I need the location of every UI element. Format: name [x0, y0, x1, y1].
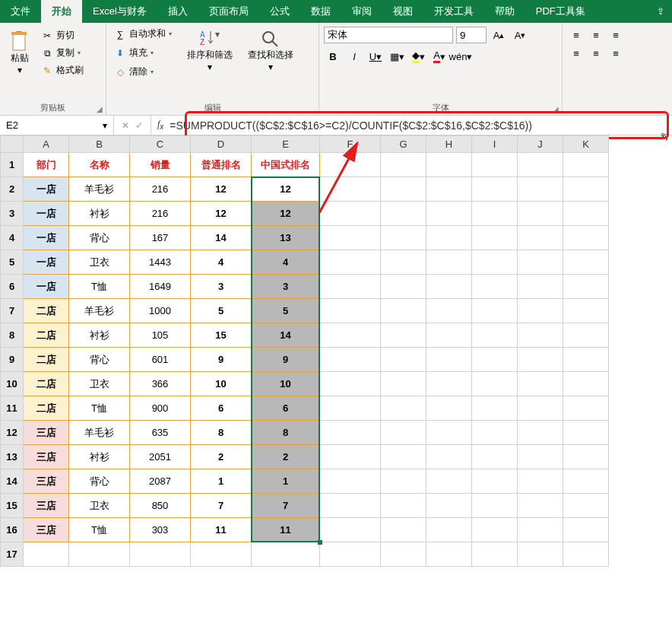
cell[interactable]: 216: [130, 177, 191, 202]
cell[interactable]: [472, 421, 518, 445]
cell[interactable]: 167: [130, 226, 191, 250]
cell[interactable]: 7: [191, 494, 252, 518]
cell[interactable]: [563, 396, 609, 421]
cell[interactable]: 900: [130, 396, 191, 421]
cell[interactable]: 9: [252, 348, 320, 372]
cell[interactable]: 6: [191, 396, 252, 421]
dialog-launcher-icon[interactable]: ◢: [97, 105, 103, 113]
cell[interactable]: 二店: [24, 323, 69, 348]
cell[interactable]: 三店: [24, 469, 69, 494]
cell[interactable]: 一店: [24, 226, 69, 250]
cell[interactable]: [381, 250, 426, 275]
cell[interactable]: [472, 542, 518, 567]
table-header[interactable]: 部门: [24, 153, 69, 177]
cell[interactable]: [426, 542, 472, 567]
cell[interactable]: [426, 396, 472, 421]
cell[interactable]: [426, 421, 472, 445]
cell[interactable]: [252, 542, 320, 567]
cell[interactable]: [472, 275, 518, 299]
cell[interactable]: [381, 275, 426, 299]
align-middle-button[interactable]: ≡: [587, 26, 605, 44]
tab-帮助[interactable]: 帮助: [484, 0, 525, 23]
cell[interactable]: [472, 396, 518, 421]
cell[interactable]: [518, 275, 563, 299]
cell[interactable]: 3: [252, 275, 320, 299]
tab-视图[interactable]: 视图: [382, 0, 423, 23]
tab-审阅[interactable]: 审阅: [341, 0, 382, 23]
font-size-input[interactable]: [456, 27, 487, 43]
cell[interactable]: 背心: [69, 348, 130, 372]
table-header[interactable]: 名称: [69, 153, 130, 177]
formula-bar[interactable]: fx =SUMPRODUCT(($C$2:$C$16>=C2)/COUNTIF(…: [151, 116, 672, 135]
cell[interactable]: 一店: [24, 202, 69, 226]
table-header[interactable]: 销量: [130, 153, 191, 177]
col-header-D[interactable]: D: [191, 136, 252, 153]
cell[interactable]: [518, 250, 563, 275]
cell[interactable]: [320, 348, 381, 372]
cell[interactable]: 7: [252, 494, 320, 518]
cell[interactable]: [426, 348, 472, 372]
cell[interactable]: 11: [252, 518, 320, 542]
font-color-button[interactable]: A▾: [430, 47, 449, 65]
cell[interactable]: [320, 202, 381, 226]
cell[interactable]: [563, 542, 609, 567]
cell[interactable]: [320, 396, 381, 421]
increase-font-button[interactable]: A▴: [490, 26, 508, 44]
row-header-14[interactable]: 14: [1, 469, 24, 494]
cell[interactable]: [320, 275, 381, 299]
col-header-C[interactable]: C: [130, 136, 191, 153]
cell[interactable]: 5: [252, 299, 320, 323]
col-header-J[interactable]: J: [518, 136, 563, 153]
cell[interactable]: [320, 494, 381, 518]
cell[interactable]: [320, 421, 381, 445]
cell[interactable]: [130, 542, 191, 567]
row-header-15[interactable]: 15: [1, 494, 24, 518]
cell[interactable]: [518, 153, 563, 177]
cell[interactable]: [69, 542, 130, 567]
cell[interactable]: [320, 323, 381, 348]
cell[interactable]: [472, 518, 518, 542]
tab-Excel与财务[interactable]: Excel与财务: [82, 0, 157, 23]
cell[interactable]: 背心: [69, 226, 130, 250]
cell[interactable]: [381, 494, 426, 518]
sort-filter-button[interactable]: AZ 排序和筛选▾: [182, 26, 237, 74]
tab-数据[interactable]: 数据: [300, 0, 341, 23]
border-button[interactable]: ▦▾: [388, 47, 406, 65]
cell[interactable]: [320, 518, 381, 542]
decrease-font-button[interactable]: A▾: [511, 26, 529, 44]
cell[interactable]: [563, 275, 609, 299]
row-header-1[interactable]: 1: [1, 153, 24, 177]
cell[interactable]: [563, 323, 609, 348]
col-header-K[interactable]: K: [563, 136, 609, 153]
cell[interactable]: 12: [252, 202, 320, 226]
table-header[interactable]: 普通排名: [191, 153, 252, 177]
row-header-10[interactable]: 10: [1, 372, 24, 396]
cell[interactable]: [518, 421, 563, 445]
fill-color-button[interactable]: ◆▾: [409, 47, 427, 65]
tab-页面布局[interactable]: 页面布局: [198, 0, 259, 23]
cell[interactable]: [320, 250, 381, 275]
cell[interactable]: 一店: [24, 177, 69, 202]
cell[interactable]: [563, 153, 609, 177]
align-left-button[interactable]: ≡: [567, 44, 585, 62]
cell[interactable]: [518, 226, 563, 250]
cell[interactable]: [320, 469, 381, 494]
cell[interactable]: [563, 202, 609, 226]
cell[interactable]: 一店: [24, 275, 69, 299]
cell[interactable]: [381, 396, 426, 421]
col-header-A[interactable]: A: [24, 136, 69, 153]
cell[interactable]: 背心: [69, 469, 130, 494]
spreadsheet-grid[interactable]: ABCDEFGHIJK1部门名称销量普通排名中国式排名2一店羊毛衫2161212…: [0, 135, 672, 567]
cell[interactable]: [563, 421, 609, 445]
paste-button[interactable]: 粘贴 ▾: [5, 26, 35, 80]
cell[interactable]: [320, 153, 381, 177]
cell[interactable]: 2051: [130, 445, 191, 469]
cell[interactable]: [518, 542, 563, 567]
cell[interactable]: T恤: [69, 396, 130, 421]
cell[interactable]: 10: [252, 372, 320, 396]
phonetic-button[interactable]: wén▾: [452, 47, 470, 65]
cell[interactable]: 4: [191, 250, 252, 275]
cell[interactable]: [518, 348, 563, 372]
cell[interactable]: 12: [191, 177, 252, 202]
find-select-button[interactable]: 查找和选择▾: [243, 26, 298, 74]
